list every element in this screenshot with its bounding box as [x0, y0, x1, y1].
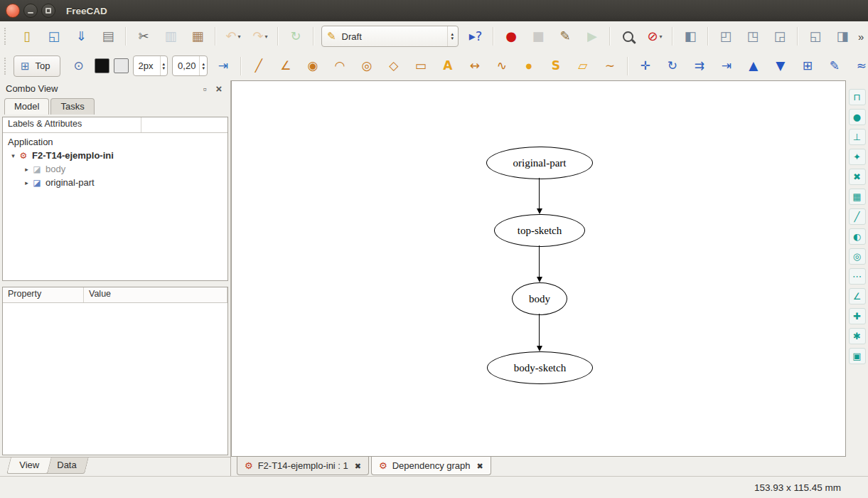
macro-edit-button[interactable]: ✎ — [552, 26, 578, 47]
float-panel-icon[interactable] — [199, 83, 210, 95]
workbench-selector[interactable]: ✎ Draft — [321, 26, 459, 47]
tab-view[interactable]: View — [6, 457, 52, 474]
open-file-button[interactable]: ◱ — [41, 26, 67, 47]
cut-button[interactable]: ✂ — [131, 26, 156, 47]
dropdown-arrow-icon[interactable]: ▾ — [265, 33, 268, 40]
draft-wire-to-bspline-button[interactable]: ≈ — [849, 55, 868, 77]
new-document-button[interactable]: ▯ — [14, 26, 40, 47]
tree-item-application[interactable]: Application — [3, 135, 227, 149]
print-button[interactable]: ▤ — [95, 26, 121, 47]
draft-move-button[interactable]: ✛ — [633, 55, 658, 77]
toolbar-drag-handle[interactable] — [4, 28, 9, 45]
tree-item-document[interactable]: F2-T14-ejemplo-ini — [3, 149, 227, 162]
minimize-window-button[interactable] — [23, 4, 38, 18]
dropdown-arrow-icon[interactable]: ▾ — [660, 33, 663, 40]
draft-polygon-button[interactable]: ◇ — [381, 55, 407, 77]
snap-endpoint-button[interactable]: ● — [849, 109, 866, 125]
tree-item-original-part[interactable]: original-part — [3, 176, 227, 189]
tree-item-body[interactable]: body — [3, 162, 227, 176]
close-tab-icon[interactable] — [355, 460, 361, 471]
save-button[interactable]: ⇓ — [68, 26, 94, 47]
draft-ellipse-button[interactable]: ◎ — [354, 55, 380, 77]
right-view-button[interactable]: ◲ — [767, 26, 793, 47]
draft-rectangle-button[interactable]: ▭ — [408, 55, 434, 77]
close-tab-icon[interactable] — [477, 460, 483, 471]
macro-stop-button[interactable]: ■ — [525, 26, 551, 47]
front-view-button[interactable]: ◰ — [713, 26, 739, 47]
close-window-button[interactable] — [6, 4, 20, 18]
collapse-arrow-icon[interactable] — [22, 166, 31, 173]
tab-model[interactable]: Model — [4, 98, 49, 115]
snap-dimensions-button[interactable]: ▦ — [849, 189, 866, 205]
draft-facebinder-button[interactable]: ▱ — [570, 55, 596, 77]
top-view-button[interactable]: ◳ — [740, 26, 766, 47]
paste-button[interactable]: ▦ — [185, 26, 210, 47]
draft-rotate-button[interactable]: ↻ — [660, 55, 685, 77]
graph-node[interactable]: original-part — [486, 147, 593, 179]
graph-node[interactable]: body — [512, 282, 567, 315]
snap-special-button[interactable]: ✦ — [849, 149, 866, 165]
macro-play-button[interactable]: ▶ — [579, 26, 605, 47]
draft-offset-button[interactable]: ⇉ — [687, 55, 712, 77]
tab-tasks[interactable]: Tasks — [50, 98, 94, 115]
mdi-tab-document[interactable]: F2-T14-ejemplo-ini : 1 — [237, 457, 369, 475]
draft-text-button[interactable]: A — [435, 55, 461, 77]
toggle-grid-button[interactable]: ▣ — [849, 348, 866, 364]
refresh-button[interactable]: ↻ — [283, 26, 309, 47]
rear-view-button[interactable]: ◱ — [803, 26, 828, 47]
zoom-selection-button[interactable] — [615, 26, 641, 47]
line-width-spinner[interactable]: 2px — [133, 55, 168, 76]
clip-plane-button[interactable]: ⊘▾ — [642, 26, 668, 47]
dropdown-arrow-icon[interactable]: ▾ — [238, 33, 241, 40]
draft-bspline-button[interactable]: ∿ — [489, 55, 515, 77]
draft-edit-button[interactable]: ✎ — [822, 55, 847, 77]
face-color-swatch[interactable] — [114, 58, 129, 73]
draft-circle-button[interactable]: ◉ — [300, 55, 326, 77]
snap-center-button[interactable]: ◎ — [849, 248, 866, 265]
draft-point-button[interactable]: ● — [516, 55, 542, 77]
draft-line-button[interactable]: ╱ — [246, 55, 272, 77]
line-color-swatch[interactable] — [95, 58, 109, 73]
undo-button[interactable]: ↶▾ — [220, 26, 246, 47]
draft-arc-button[interactable]: ◠ — [327, 55, 353, 77]
snap-perpendicular-button[interactable]: ⊥ — [849, 129, 866, 145]
snap-intersection-button[interactable]: ✱ — [849, 328, 866, 344]
draft-bezier-button[interactable]: ∼ — [597, 55, 623, 77]
combobox-arrows-icon[interactable] — [447, 26, 456, 46]
mdi-tab-dependency-graph[interactable]: Dependency graph — [371, 457, 491, 475]
snap-lock-button[interactable]: ⊓ — [849, 89, 866, 105]
working-plane-button[interactable]: Top — [14, 55, 60, 77]
snap-add-button[interactable]: ✚ — [849, 308, 866, 324]
snap-midpoint-button[interactable]: ◐ — [849, 228, 866, 245]
draft-trimex-button[interactable]: ⇥ — [714, 55, 739, 77]
collapse-arrow-icon[interactable] — [22, 179, 31, 186]
draft-shapestring-button[interactable]: S — [543, 55, 569, 77]
axonometric-view-button[interactable]: ◧ — [677, 26, 703, 47]
autogroup-button[interactable]: ⇥ — [210, 55, 236, 77]
property-editor-body[interactable] — [3, 303, 227, 455]
snap-near-button[interactable]: ╱ — [849, 208, 866, 225]
spinner-arrows-icon[interactable] — [199, 56, 207, 75]
dependency-graph-view[interactable]: original-part top-sketch body body-sketc… — [231, 80, 846, 457]
spinner-arrows-icon[interactable] — [160, 56, 168, 75]
draft-downgrade-button[interactable]: ▼ — [768, 55, 793, 77]
construction-mode-button[interactable]: ⊙ — [66, 55, 92, 77]
toolbar-drag-handle[interactable] — [4, 58, 9, 75]
snap-more-button[interactable]: ⋯ — [849, 268, 866, 285]
maximize-window-button[interactable] — [41, 4, 55, 18]
draft-upgrade-button[interactable]: ▲ — [741, 55, 766, 77]
left-view-button[interactable]: ◨ — [830, 26, 855, 47]
whats-this-button[interactable]: ▸? — [463, 26, 488, 47]
toolbar-overflow-button[interactable]: » — [856, 31, 866, 43]
draft-dimension-button[interactable]: ↔ — [462, 55, 488, 77]
draft-scale-button[interactable]: ⊞ — [795, 55, 820, 77]
close-panel-icon[interactable] — [213, 83, 225, 95]
graph-node[interactable]: top-sketch — [494, 214, 585, 247]
expand-arrow-icon[interactable] — [9, 152, 18, 159]
macro-record-button[interactable]: ● — [498, 26, 524, 47]
redo-button[interactable]: ↷▾ — [247, 26, 273, 47]
draft-wire-button[interactable]: ∠ — [273, 55, 299, 77]
snap-delete-button[interactable]: ✖ — [849, 169, 866, 185]
text-size-spinner[interactable]: 0,20 — [172, 55, 208, 76]
snap-angle-button[interactable]: ∠ — [849, 288, 866, 304]
